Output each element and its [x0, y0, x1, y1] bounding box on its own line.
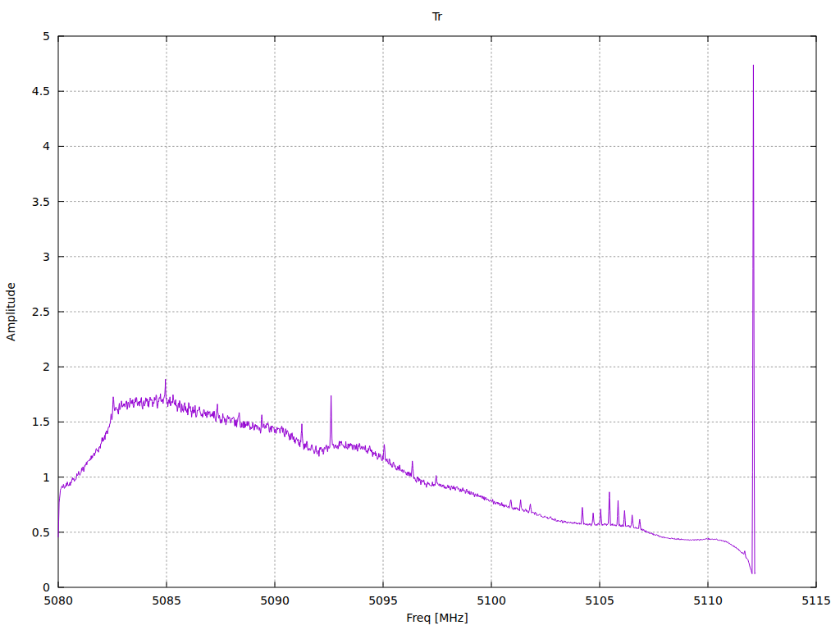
- y-tick-label: 0: [43, 581, 50, 594]
- y-tick-label: 3: [43, 250, 50, 263]
- chart-figure: Tr Amplitude Freq [MHz] 5080508550905095…: [0, 0, 840, 630]
- gridlines: [58, 36, 816, 587]
- y-tick-label: 1.5: [32, 415, 50, 428]
- x-tick-label: 5105: [585, 594, 614, 607]
- y-tick-label: 4: [43, 139, 50, 153]
- y-tick-label: 1: [43, 471, 50, 484]
- y-tick-label: 3.5: [32, 195, 50, 208]
- x-tick-label: 5110: [693, 594, 723, 607]
- y-tick-label: 2: [43, 360, 50, 373]
- x-tick-label: 5095: [368, 594, 398, 607]
- y-tick-label: 0.5: [32, 526, 50, 539]
- plot-area: 5080508550905095510051055110511500.511.5…: [0, 0, 840, 630]
- y-tick-label: 4.5: [32, 84, 50, 98]
- x-tick-label: 5090: [260, 594, 290, 607]
- x-tick-label: 5080: [43, 594, 73, 607]
- y-tick-label: 2.5: [32, 305, 50, 318]
- x-tick-label: 5085: [152, 594, 181, 607]
- x-tick-label: 5115: [801, 594, 831, 607]
- x-tick-label: 5100: [477, 594, 506, 607]
- trace-tr: [58, 65, 756, 574]
- y-tick-label: 5: [43, 30, 50, 43]
